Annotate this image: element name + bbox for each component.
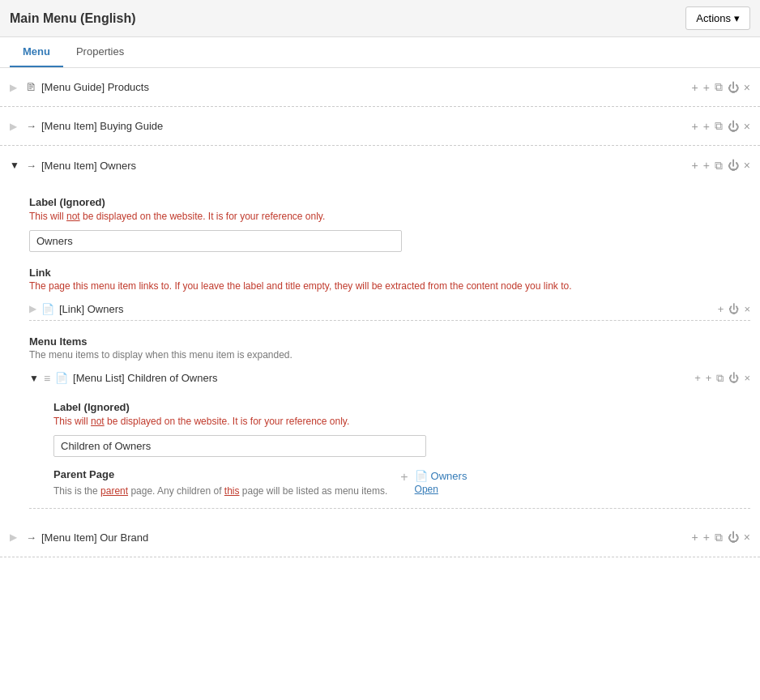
expand-arrow-products[interactable]: ▶ [10,82,21,93]
close-icon-owners[interactable]: × [744,159,750,172]
owners-label-input[interactable] [29,230,402,252]
arrow-icon-owners: → [26,160,36,172]
tab-bar: Menu Properties [0,37,760,68]
actions-arrow: ▾ [734,12,740,24]
owners-page-link[interactable]: Owners [431,470,468,482]
copy-icon-buying-guide[interactable]: ⧉ [715,119,723,133]
menu-label-products: [Menu Guide] Products [41,81,149,93]
open-link[interactable]: Open [415,484,468,495]
add-sibling-icon-children[interactable]: + [706,372,712,384]
children-row-actions: + + ⧉ ⏻ × [694,372,750,385]
copy-icon-children[interactable]: ⧉ [716,372,724,385]
expand-arrow-buying-guide[interactable]: ▶ [10,121,21,132]
page-title: Main Menu (English) [10,11,136,26]
link-label-owners: [Link] Owners [59,303,123,315]
expand-arrow-link-owners[interactable]: ▶ [29,303,36,314]
add-child-icon-our-brand[interactable]: + [691,531,698,544]
add-sibling-icon-our-brand[interactable]: + [703,531,710,544]
page-icon-link-owners: 📄 [41,303,54,315]
children-label-input[interactable] [53,435,426,457]
add-sibling-icon-products[interactable]: + [703,81,710,94]
expand-arrow-children[interactable]: ▼ [29,373,39,384]
link-row-actions-owners: + ⏻ × [718,303,750,315]
menu-label-buying-guide: [Menu Item] Buying Guide [41,120,163,132]
owners-link-section: Link The page this menu item links to. I… [29,267,750,292]
menu-items-title: Menu Items [29,335,750,348]
expand-arrow-our-brand[interactable]: ▶ [10,531,21,543]
menu-content: ▶ 🖹 [Menu Guide] Products + + ⧉ ⏻ × ▶ → … [0,68,760,557]
row-actions-owners: + + ⧉ ⏻ × [691,159,750,173]
children-label-field: Label (Ignored) This will not be display… [53,401,750,457]
add-child-icon-products[interactable]: + [691,81,698,94]
close-icon-products[interactable]: × [744,81,750,94]
link-row-owners: ▶ 📄 [Link] Owners + ⏻ × [29,298,750,321]
list-icon-children: 📄 [55,372,68,384]
actions-label: Actions [696,12,731,24]
children-expanded-panel: Label (Ignored) This will not be display… [29,401,750,509]
copy-icon-products[interactable]: ⧉ [715,80,723,94]
actions-button[interactable]: Actions ▾ [685,6,750,30]
owners-label-field: Label (Ignored) This will not be display… [29,196,750,252]
tab-properties[interactable]: Properties [63,37,137,67]
add-parent-page-icon[interactable]: + [400,470,408,484]
row-actions-products: + + ⧉ ⏻ × [691,80,750,94]
children-of-owners-row: ▼ ≡ 📄 [Menu List] Children of Owners + +… [29,367,750,390]
copy-icon-our-brand[interactable]: ⧉ [715,531,723,544]
close-link-icon[interactable]: × [744,303,750,315]
menu-label-our-brand: [Menu Item] Our Brand [41,531,148,544]
row-actions-buying-guide: + + ⧉ ⏻ × [691,119,750,133]
owners-expanded-panel: Label (Ignored) This will not be display… [0,196,760,519]
parent-page-desc: This is the parent page. Any children of… [53,484,387,498]
owners-link-title: Link [29,267,750,279]
menu-label-owners: [Menu Item] Owners [41,160,136,172]
menu-row-owners: ▼ → [Menu Item] Owners + + ⧉ ⏻ × [0,146,760,185]
power-link-icon[interactable]: ⏻ [728,303,739,315]
arrow-icon-buying-guide: → [26,120,36,132]
expand-arrow-owners[interactable]: ▼ [10,160,21,171]
add-sibling-icon-owners[interactable]: + [703,159,710,172]
power-icon-our-brand[interactable]: ⏻ [728,531,739,544]
add-sibling-icon-buying-guide[interactable]: + [703,120,710,133]
close-icon-children[interactable]: × [744,372,750,384]
drag-icon-children[interactable]: ≡ [44,372,50,385]
add-link-icon[interactable]: + [718,303,724,315]
children-label-desc: This will not be displayed on the websit… [53,415,750,429]
power-icon-owners[interactable]: ⏻ [728,159,739,172]
row-actions-our-brand: + + ⧉ ⏻ × [691,531,750,544]
owners-link-desc: The page this menu item links to. If you… [29,280,750,292]
page-header: Main Menu (English) Actions ▾ [0,0,760,37]
owners-page-icon: 📄 [415,470,428,482]
add-child-icon-owners[interactable]: + [691,159,698,172]
add-child-icon-children[interactable]: + [694,372,701,384]
children-label-title: Label (Ignored) [53,401,750,413]
children-label: [Menu List] Children of Owners [73,372,217,384]
menu-items-section: Menu Items The menu items to display whe… [29,335,750,361]
parent-page-title: Parent Page [53,468,387,480]
owners-label-desc: This will not be displayed on the websit… [29,210,750,224]
menu-row-our-brand: ▶ → [Menu Item] Our Brand + + ⧉ ⏻ × [0,519,760,557]
close-icon-our-brand[interactable]: × [744,531,750,544]
tab-menu[interactable]: Menu [10,37,63,67]
menu-row-buying-guide: ▶ → [Menu Item] Buying Guide + + ⧉ ⏻ × [0,107,760,146]
arrow-icon-our-brand: → [26,531,36,544]
power-icon-buying-guide[interactable]: ⏻ [728,120,739,133]
power-icon-products[interactable]: ⏻ [728,81,739,94]
owners-label-title: Label (Ignored) [29,196,750,208]
parent-page-section: Parent Page This is the parent page. Any… [53,468,750,498]
add-child-icon-buying-guide[interactable]: + [691,120,698,133]
copy-icon-owners[interactable]: ⧉ [715,159,723,173]
menu-row-products: ▶ 🖹 [Menu Guide] Products + + ⧉ ⏻ × [0,68,760,107]
close-icon-buying-guide[interactable]: × [744,120,750,133]
power-icon-children[interactable]: ⏻ [728,372,739,384]
menu-items-desc: The menu items to display when this menu… [29,349,750,361]
guide-icon-products: 🖹 [26,81,36,93]
